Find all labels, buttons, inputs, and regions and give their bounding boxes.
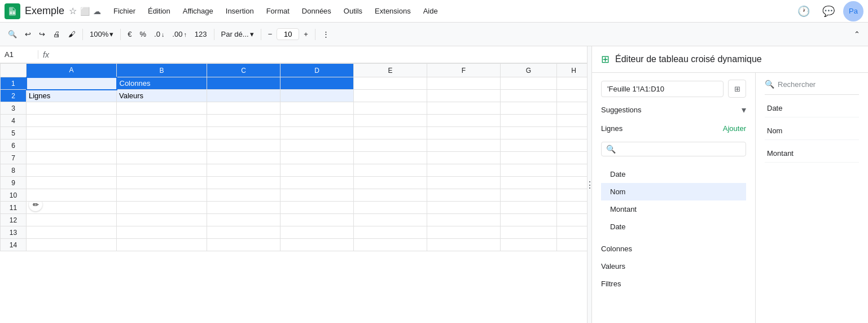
currency-button[interactable]: € bbox=[124, 28, 135, 41]
menu-insertion[interactable]: Insertion bbox=[220, 5, 260, 18]
dropdown-item-montant[interactable]: Montant bbox=[601, 200, 746, 218]
row-header-12[interactable]: 12 bbox=[1, 214, 27, 226]
cell-G2[interactable] bbox=[501, 90, 557, 102]
menu-extensions[interactable]: Extensions bbox=[369, 5, 417, 18]
cell-C2[interactable] bbox=[207, 90, 280, 102]
formula-input[interactable] bbox=[54, 50, 582, 59]
row-header-9[interactable]: 9 bbox=[1, 177, 27, 189]
cell-B3[interactable] bbox=[117, 102, 207, 115]
percent-button[interactable]: % bbox=[136, 28, 150, 41]
right-field-montant[interactable]: Montant bbox=[765, 145, 859, 163]
cell-D2[interactable] bbox=[280, 90, 354, 102]
cell-D3[interactable] bbox=[280, 102, 354, 115]
cell-C1[interactable] bbox=[207, 77, 280, 90]
panel-left: ⊞ Suggestions ▾ Lignes Ajouter 🔍 bbox=[592, 73, 756, 323]
row-header-2[interactable]: 2 bbox=[1, 90, 27, 102]
cell-A3[interactable] bbox=[27, 102, 117, 115]
row-header-6[interactable]: 6 bbox=[1, 139, 27, 152]
cell-E2[interactable] bbox=[354, 90, 427, 102]
col-header-E[interactable]: E bbox=[354, 64, 427, 77]
cell-B1[interactable]: Colonnes bbox=[117, 77, 207, 90]
main-content: A1 fx bbox=[0, 46, 868, 323]
history-icon[interactable]: 🕐 bbox=[794, 1, 814, 21]
font-size-increase-button[interactable]: + bbox=[300, 28, 312, 41]
menu-donnees[interactable]: Données bbox=[296, 5, 337, 18]
table-row: 12 bbox=[1, 214, 588, 226]
row-header-5[interactable]: 5 bbox=[1, 127, 27, 139]
col-header-G[interactable]: G bbox=[501, 64, 557, 77]
cell-C3[interactable] bbox=[207, 102, 280, 115]
cell-G1[interactable] bbox=[501, 77, 557, 90]
cell-E1[interactable] bbox=[354, 77, 427, 90]
cell-reference[interactable]: A1 bbox=[5, 50, 38, 59]
print-button[interactable]: 🖨 bbox=[50, 28, 64, 41]
search-field[interactable] bbox=[619, 145, 741, 154]
col-header-B[interactable]: B bbox=[117, 64, 207, 77]
menu-format[interactable]: Format bbox=[261, 5, 295, 18]
menu-fichier[interactable]: Fichier bbox=[108, 5, 141, 18]
edit-icon[interactable]: ✏ bbox=[29, 202, 42, 212]
table-row: 8 bbox=[1, 164, 588, 177]
menu-affichage[interactable]: Affichage bbox=[177, 5, 219, 18]
redo-button[interactable]: ↪ bbox=[36, 28, 49, 41]
col-header-D[interactable]: D bbox=[280, 64, 354, 77]
zoom-control[interactable]: 100% ▾ bbox=[86, 28, 117, 41]
suggestions-chevron-icon[interactable]: ▾ bbox=[742, 104, 746, 115]
spreadsheet-grid: A B C D E F G H 1 Colonnes bbox=[0, 63, 587, 251]
toolbar-sep-2 bbox=[120, 29, 121, 40]
row-header-1[interactable]: 1 bbox=[1, 77, 27, 90]
cell-A2[interactable]: Lignes bbox=[27, 90, 117, 102]
row-header-8[interactable]: 8 bbox=[1, 164, 27, 177]
data-range-input[interactable] bbox=[601, 81, 724, 97]
font-size-decrease-button[interactable]: − bbox=[265, 28, 276, 41]
right-field-date[interactable]: Date bbox=[765, 99, 859, 117]
row-header-13[interactable]: 13 bbox=[1, 226, 27, 239]
right-panel: ⊞ Éditeur de tableau croisé dynamique ⊞ … bbox=[591, 46, 868, 323]
star-icon[interactable]: ☆ bbox=[69, 6, 77, 16]
paint-format-button[interactable]: 🖌 bbox=[65, 28, 79, 41]
toolbar-sep-3 bbox=[214, 29, 214, 40]
avatar[interactable]: Pa bbox=[843, 1, 863, 21]
lignes-ajouter-button[interactable]: Ajouter bbox=[723, 124, 746, 133]
formula-bar: A1 fx bbox=[0, 46, 587, 63]
font-size-input[interactable] bbox=[277, 28, 299, 40]
cell-A1[interactable] bbox=[27, 77, 117, 90]
cell-H1[interactable] bbox=[557, 77, 588, 90]
dropdown-item-date-2[interactable]: Date bbox=[601, 218, 746, 235]
col-header-H[interactable]: H bbox=[557, 64, 588, 77]
decimal-increase-button[interactable]: .00↑ bbox=[169, 28, 190, 41]
cell-H2[interactable] bbox=[557, 90, 588, 102]
search-button[interactable]: 🔍 bbox=[5, 28, 20, 41]
row-header-4[interactable]: 4 bbox=[1, 115, 27, 127]
comment-icon[interactable]: 💬 bbox=[818, 1, 839, 21]
drag-handle[interactable]: ⋮ bbox=[587, 46, 591, 323]
row-header-3[interactable]: 3 bbox=[1, 102, 27, 115]
dropdown-item-nom[interactable]: Nom bbox=[601, 183, 746, 200]
col-header-F[interactable]: F bbox=[427, 64, 501, 77]
menu-outils[interactable]: Outils bbox=[338, 5, 368, 18]
row-header-11[interactable]: 11 bbox=[1, 202, 27, 214]
right-field-nom[interactable]: Nom bbox=[765, 122, 859, 140]
menu-edition[interactable]: Édition bbox=[142, 5, 176, 18]
row-header-7[interactable]: 7 bbox=[1, 152, 27, 164]
row-header-14[interactable]: 14 bbox=[1, 239, 27, 251]
par-de-button[interactable]: Par dé... ▾ bbox=[218, 28, 257, 41]
panel-header: ⊞ Éditeur de tableau croisé dynamique bbox=[592, 46, 868, 73]
col-header-A[interactable]: A bbox=[27, 64, 117, 77]
dropdown-item-date-1[interactable]: Date bbox=[601, 165, 746, 183]
folder-icon[interactable]: ⬜ bbox=[80, 7, 90, 16]
col-header-C[interactable]: C bbox=[207, 64, 280, 77]
format-123-button[interactable]: 123 bbox=[191, 28, 211, 41]
more-formats-button[interactable]: ⋮ bbox=[319, 28, 333, 41]
menu-aide[interactable]: Aide bbox=[418, 5, 444, 18]
decimal-decrease-button[interactable]: .0↓ bbox=[151, 28, 168, 41]
cell-F1[interactable] bbox=[427, 77, 501, 90]
cloud-icon[interactable]: ☁ bbox=[93, 7, 101, 16]
cell-F2[interactable] bbox=[427, 90, 501, 102]
collapse-toolbar-button[interactable]: ⌃ bbox=[851, 28, 863, 41]
select-range-button[interactable]: ⊞ bbox=[728, 80, 746, 98]
cell-B2[interactable]: Valeurs bbox=[117, 90, 207, 102]
cell-D1[interactable] bbox=[280, 77, 354, 90]
row-header-10[interactable]: 10 bbox=[1, 189, 27, 202]
undo-button[interactable]: ↩ bbox=[21, 28, 34, 41]
